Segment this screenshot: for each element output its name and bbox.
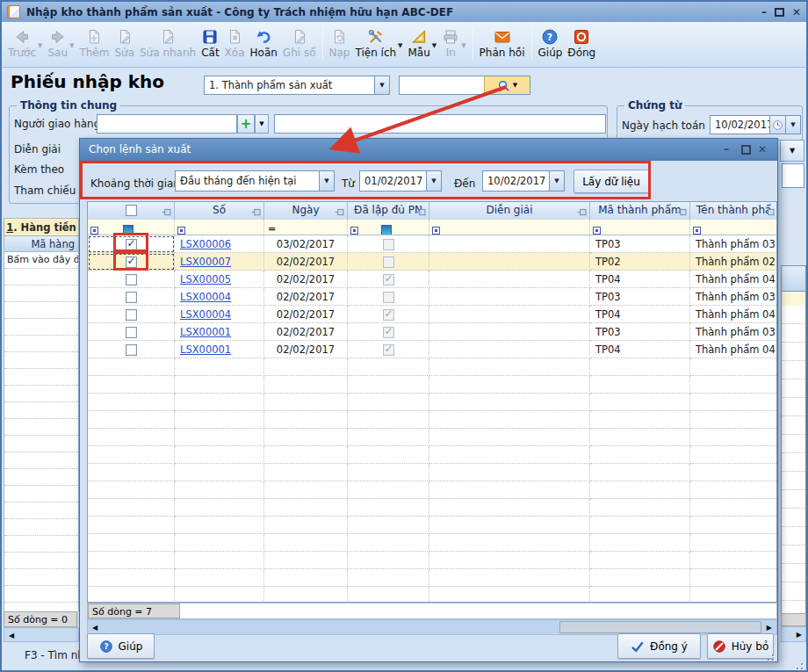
filter-cell-ten-thanh-pham[interactable]	[690, 220, 777, 235]
column-header-ten-thanh-pham[interactable]: Tên thành phẩ	[690, 202, 777, 220]
column-header-ma-thanh-pham[interactable]: Mã thành phẩm	[590, 202, 690, 220]
pin-icon[interactable]	[251, 206, 261, 214]
add-row-hint[interactable]: Bấm vào đây để	[4, 252, 78, 269]
column-header-ma-hang[interactable]: Mã hàng	[4, 235, 79, 252]
main-hscrollbar[interactable]: ◀	[4, 627, 79, 642]
toolbar-item-giup[interactable]: ?Giúp	[536, 27, 566, 60]
background-scrollbar[interactable]: ▶	[781, 626, 806, 642]
maximize-icon[interactable]	[775, 8, 784, 17]
search-icon[interactable]	[497, 79, 510, 92]
chevron-down-icon[interactable]: ▼	[374, 76, 389, 94]
filter-icon[interactable]	[593, 227, 601, 235]
den-date-value[interactable]: 10/02/2017	[483, 171, 549, 191]
row-select-cell[interactable]	[88, 271, 175, 288]
nguoi-giao-hang-name-input[interactable]	[274, 114, 606, 134]
lay-du-lieu-button[interactable]: Lấy dữ liệu	[574, 170, 649, 193]
column-header-ngay[interactable]: Ngày	[264, 202, 348, 220]
row-select-cell[interactable]	[88, 323, 175, 341]
production-order-row[interactable]: LSX0000402/02/2017TP03Thành phẩm 03	[88, 288, 777, 306]
dialog-maximize-icon[interactable]	[741, 145, 751, 155]
row-checkbox[interactable]	[126, 292, 137, 303]
production-order-link[interactable]: LSX00007	[180, 256, 231, 268]
row-checkbox[interactable]	[126, 239, 137, 250]
equals-operator[interactable]: =	[264, 223, 276, 235]
toolbar-item-cat[interactable]: Cất	[198, 27, 221, 60]
chevron-down-icon[interactable]: ▼	[549, 171, 564, 191]
production-order-row[interactable]: LSX0000102/02/2017TP04Thành phẩm 04	[88, 341, 777, 358]
dialog-close-icon[interactable]: ✕	[758, 143, 767, 155]
clock-icon[interactable]	[769, 116, 785, 134]
toolbar-item-dong[interactable]: Đóng	[565, 27, 598, 60]
column-header-dien-giai[interactable]: Diễn giải	[429, 202, 590, 220]
filter-cell-ngay[interactable]: =	[264, 220, 348, 235]
production-order-row[interactable]: LSX0000402/02/2017TP04Thành phẩm 04	[88, 306, 777, 323]
filter-cell-so[interactable]	[175, 220, 264, 235]
production-order-row[interactable]: LSX0000702/02/2017TP02Thành phẩm 02	[88, 253, 777, 271]
column-header-so[interactable]: Số	[175, 202, 264, 220]
pin-icon[interactable]	[335, 206, 344, 214]
close-icon[interactable]: ✕	[792, 7, 801, 18]
filter-cell-check[interactable]	[88, 220, 175, 235]
toolbar-item-tien-ich[interactable]: Tiện ích▼	[352, 27, 405, 60]
pin-icon[interactable]	[677, 206, 687, 214]
scroll-right-icon[interactable]: ▶	[767, 624, 772, 632]
filter-icon[interactable]	[350, 227, 358, 235]
voucher-search-combo[interactable]: ▼	[399, 76, 530, 95]
filter-cell-da-lap-du-pn[interactable]	[348, 220, 429, 235]
khoang-thoi-gian-combo[interactable]: Đầu tháng đến hiện tại ▼	[175, 170, 335, 191]
pin-icon[interactable]	[765, 206, 775, 214]
row-checkbox[interactable]	[126, 257, 137, 268]
chevron-down-icon[interactable]: ▼	[319, 171, 334, 191]
toolbar-item-hoan[interactable]: Hoãn	[248, 27, 280, 60]
production-order-link[interactable]: LSX00001	[180, 343, 231, 356]
chevron-down-icon[interactable]: ▼	[255, 114, 269, 134]
filter-icon[interactable]	[177, 227, 185, 235]
row-checkbox[interactable]	[126, 327, 137, 338]
pin-icon[interactable]	[416, 206, 426, 214]
ngay-hach-toan-date-picker[interactable]: 10/02/2017 ▼	[710, 115, 801, 134]
row-checkbox[interactable]	[126, 344, 137, 356]
pin-icon[interactable]	[162, 206, 171, 214]
nguoi-giao-hang-input[interactable]	[97, 114, 237, 134]
row-checkbox[interactable]	[126, 309, 137, 321]
voucher-type-combo[interactable]: 1. Thành phẩm sản xuất ▼	[204, 76, 390, 95]
filter-cell-ma-thanh-pham[interactable]	[590, 220, 690, 235]
row-select-cell[interactable]	[88, 341, 175, 358]
tu-date-picker[interactable]: 01/02/2017 ▼	[359, 170, 442, 191]
scroll-left-icon[interactable]: ◀	[92, 624, 97, 632]
column-header-da-lap-du-pn[interactable]: Đã lập đủ PN	[348, 202, 429, 220]
dialog-minimize-icon[interactable]: –	[724, 143, 729, 155]
add-contact-button[interactable]: +	[237, 114, 255, 134]
column-header-check[interactable]	[88, 202, 175, 220]
scroll-left-icon[interactable]: ◀	[9, 632, 14, 639]
production-order-link[interactable]: LSX00004	[180, 308, 231, 321]
filter-checkbox-indeterminate[interactable]	[381, 225, 392, 235]
select-all-checkbox[interactable]	[126, 205, 137, 216]
den-date-picker[interactable]: 10/02/2017 ▼	[482, 170, 565, 191]
production-order-link[interactable]: LSX00004	[180, 291, 231, 303]
toolbar-item-mau[interactable]: Mẫu▼	[406, 27, 440, 60]
minimize-icon[interactable]: –	[761, 7, 767, 18]
tab-hang-tien[interactable]: 1. Hàng tiền	[4, 218, 79, 235]
tu-date-value[interactable]: 01/02/2017	[360, 171, 426, 191]
row-select-cell[interactable]	[88, 235, 175, 253]
scroll-right-icon[interactable]: ▶	[797, 631, 802, 639]
filter-icon[interactable]	[432, 227, 440, 235]
production-order-row[interactable]: LSX0000102/02/2017TP03Thành phẩm 03	[88, 323, 777, 341]
help-button[interactable]: ? Giúp	[87, 633, 155, 659]
chevron-down-icon[interactable]: ▼	[785, 116, 800, 134]
production-order-link[interactable]: LSX00005	[180, 273, 231, 285]
row-select-cell[interactable]	[88, 288, 175, 306]
production-order-link[interactable]: LSX00006	[180, 238, 231, 250]
production-order-row[interactable]: LSX0000502/02/2017TP04Thành phẩm 04	[88, 271, 777, 288]
ngay-hach-toan-value[interactable]: 10/02/2017	[711, 116, 769, 134]
filter-checkbox-indeterminate[interactable]	[123, 225, 133, 235]
chevron-down-icon[interactable]: ▼	[513, 82, 517, 89]
production-order-link[interactable]: LSX00001	[180, 326, 231, 338]
row-select-cell[interactable]	[88, 306, 175, 323]
row-checkbox[interactable]	[126, 274, 137, 285]
chevron-down-icon[interactable]: ▼	[432, 39, 436, 49]
voucher-search-value[interactable]	[400, 76, 484, 94]
production-order-row[interactable]: LSX0000603/02/2017TP03Thành phẩm 03	[88, 235, 777, 253]
ok-button[interactable]: Đồng ý	[617, 633, 701, 659]
